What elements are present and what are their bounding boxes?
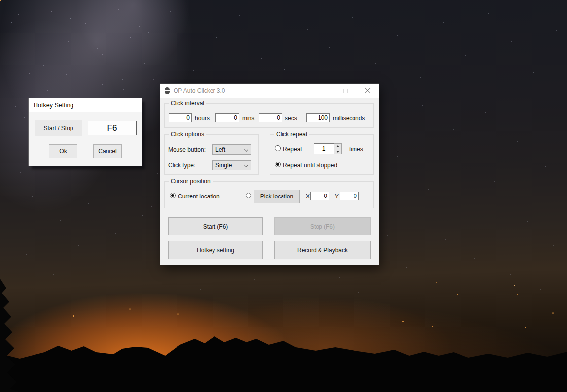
current-location-radio[interactable] (170, 193, 176, 198)
click-interval-group: Click interval hours mins secs milliseco… (164, 103, 374, 128)
stop-button: Stop (F6) (274, 217, 371, 235)
repeat-count-spinner[interactable]: 1 (314, 143, 342, 154)
maximize-button (334, 84, 356, 98)
window-title: OP Auto Clicker 3.0 (174, 87, 312, 94)
repeat-count-value[interactable]: 1 (314, 143, 334, 154)
cursor-position-group: Cursor position Current location Pick lo… (164, 181, 374, 208)
cursor-position-legend: Cursor position (169, 178, 213, 185)
start-button[interactable]: Start (F6) (168, 217, 263, 235)
x-label: X (306, 193, 310, 200)
pick-location-radio[interactable] (246, 193, 251, 198)
hotkey-setting-button[interactable]: Hotkey setting (168, 241, 263, 259)
click-interval-legend: Click interval (169, 100, 206, 107)
chevron-down-icon (244, 147, 248, 152)
y-coordinate-input[interactable] (340, 192, 359, 200)
milliseconds-label: milliseconds (333, 115, 365, 122)
hours-label: hours (195, 115, 210, 122)
cancel-button[interactable]: Cancel (93, 144, 122, 158)
click-repeat-group: Click repeat Repeat 1 times Repeat until… (270, 134, 374, 175)
close-button[interactable] (356, 84, 379, 98)
arrow-down-icon (336, 151, 339, 153)
y-label: Y (335, 193, 339, 200)
milliseconds-input[interactable] (306, 113, 330, 122)
secs-input[interactable] (259, 113, 282, 122)
click-repeat-legend: Click repeat (274, 131, 309, 138)
chevron-down-icon (244, 163, 248, 167)
orange-stars (0, 0, 1, 1)
mouse-button-value: Left (215, 146, 225, 153)
click-type-dropdown[interactable]: Single (212, 160, 251, 170)
arrow-up-icon (336, 145, 339, 147)
times-label: times (349, 146, 363, 153)
mouse-button-dropdown[interactable]: Left (212, 144, 251, 155)
hotkey-value-field[interactable]: F6 (88, 121, 137, 135)
close-icon (365, 88, 371, 94)
repeat-until-stopped-label: Repeat until stopped (283, 162, 337, 169)
start-stop-hotkey-button[interactable]: Start / Stop (35, 120, 82, 136)
hours-input[interactable] (169, 113, 192, 122)
pick-location-button[interactable]: Pick location (254, 190, 300, 203)
click-options-legend: Click options (169, 131, 206, 138)
click-options-group: Click options Mouse button: Left Click t… (164, 134, 259, 175)
mins-input[interactable] (215, 113, 239, 122)
secs-label: secs (285, 115, 297, 122)
spinner-down-button[interactable] (334, 149, 341, 154)
ok-button[interactable]: Ok (49, 144, 77, 158)
record-playback-button[interactable]: Record & Playback (274, 241, 371, 259)
repeat-until-stopped-radio[interactable] (275, 162, 281, 167)
mouse-button-label: Mouse button: (168, 146, 206, 153)
mins-label: mins (242, 115, 254, 122)
hotkey-dialog-titlebar[interactable]: Hotkey Setting (29, 98, 142, 112)
spinner-up-button[interactable] (334, 144, 341, 149)
current-location-label: Current location (178, 193, 220, 200)
x-coordinate-input[interactable] (310, 192, 329, 200)
minimize-icon (321, 91, 326, 91)
hotkey-dialog-title: Hotkey Setting (34, 102, 73, 109)
titlebar[interactable]: OP Auto Clicker 3.0 (160, 84, 379, 98)
click-type-value: Single (215, 162, 232, 169)
minimize-button[interactable] (312, 84, 334, 98)
repeat-label: Repeat (283, 146, 302, 153)
hotkey-setting-dialog: Hotkey Setting Start / Stop F6 Ok Cancel (29, 98, 142, 166)
repeat-radio[interactable] (275, 145, 281, 151)
mouse-icon (165, 87, 170, 94)
auto-clicker-window: OP Auto Clicker 3.0 Click interval hours… (160, 84, 379, 265)
maximize-icon (343, 89, 348, 93)
click-type-label: Click type: (168, 162, 195, 169)
